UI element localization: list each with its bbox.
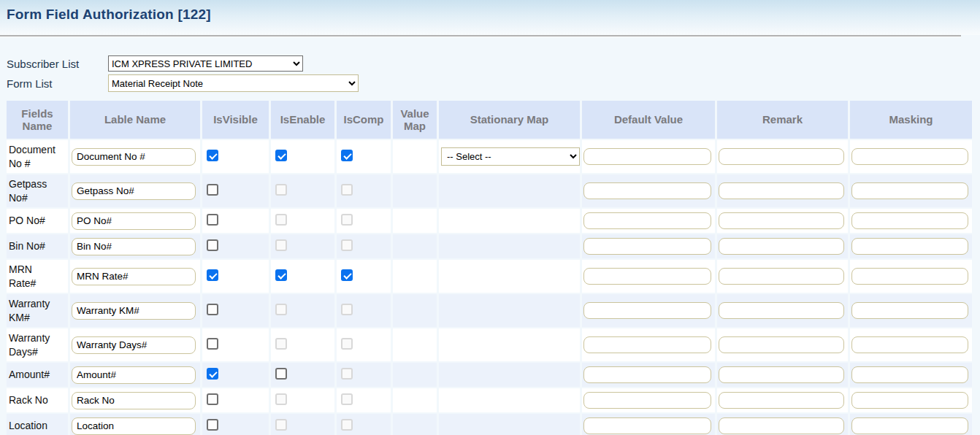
- isvisible-cell: [202, 414, 269, 435]
- default-value-input[interactable]: [583, 336, 711, 353]
- isvisible-checkbox[interactable]: [207, 150, 218, 161]
- lable-name-input[interactable]: [72, 212, 196, 230]
- lable-name-input[interactable]: [72, 148, 196, 166]
- isvisible-checkbox[interactable]: [207, 419, 218, 431]
- remark-input[interactable]: [719, 417, 844, 434]
- isvisible-checkbox[interactable]: [207, 338, 218, 350]
- default-value-input[interactable]: [583, 238, 711, 255]
- lable-name-input[interactable]: [72, 392, 196, 409]
- table-row: Location: [7, 414, 972, 435]
- default-value-input[interactable]: [583, 182, 711, 199]
- default-value-input[interactable]: [583, 417, 711, 434]
- masking-input[interactable]: [851, 238, 968, 255]
- remark-cell: [717, 209, 848, 233]
- isenable-cell: [271, 234, 334, 258]
- lable-name-input[interactable]: [72, 302, 196, 320]
- form-list-select[interactable]: Material Receipt Note: [108, 74, 359, 92]
- value-map-cell: [393, 209, 437, 233]
- remark-cell: [717, 363, 848, 387]
- stationary-map-cell: [439, 388, 580, 412]
- default-value-cell: [582, 414, 715, 435]
- stationary-map-cell: [439, 328, 580, 361]
- default-value-input[interactable]: [583, 392, 711, 409]
- stationary-map-cell: [439, 294, 580, 327]
- remark-input[interactable]: [719, 392, 844, 409]
- isenable-cell: [271, 294, 334, 327]
- remark-input[interactable]: [719, 336, 844, 353]
- remark-input[interactable]: [719, 366, 844, 383]
- masking-input[interactable]: [851, 366, 968, 383]
- masking-input[interactable]: [851, 212, 968, 229]
- lable-name-input[interactable]: [72, 336, 196, 354]
- masking-cell: [850, 294, 972, 327]
- lable-name-cell: [70, 234, 200, 258]
- isvisible-cell: [202, 328, 269, 361]
- lable-name-cell: [70, 140, 200, 173]
- masking-input[interactable]: [851, 148, 968, 165]
- remark-input[interactable]: [719, 182, 844, 199]
- default-value-cell: [582, 140, 715, 173]
- lable-name-cell: [70, 260, 200, 293]
- remark-input[interactable]: [719, 148, 844, 165]
- value-map-cell: [393, 388, 437, 412]
- default-value-input[interactable]: [583, 302, 711, 319]
- default-value-cell: [582, 234, 715, 258]
- lable-name-input[interactable]: [72, 182, 196, 200]
- subscriber-list-select[interactable]: ICM XPRESS PRIVATE LIMITED: [108, 55, 303, 72]
- page-title: Form Field Authorization [122]: [7, 7, 980, 23]
- isvisible-cell: [202, 363, 269, 387]
- value-map-cell: [393, 174, 437, 207]
- isvisible-checkbox[interactable]: [207, 304, 218, 315]
- iscomp-checkbox[interactable]: [341, 150, 353, 161]
- masking-input[interactable]: [851, 182, 968, 199]
- table-row: Warranty Days#: [7, 328, 972, 361]
- masking-input[interactable]: [851, 336, 968, 353]
- isvisible-checkbox[interactable]: [207, 368, 218, 380]
- isenable-checkbox[interactable]: [275, 269, 287, 281]
- column-header-isvisible: IsVisible: [202, 101, 269, 139]
- iscomp-checkbox[interactable]: [341, 269, 353, 281]
- form-field-authorization-table: Fields NameLable NameIsVisibleIsEnableIs…: [4, 99, 974, 435]
- remark-input[interactable]: [719, 238, 844, 255]
- lable-name-input[interactable]: [72, 268, 196, 285]
- default-value-cell: [582, 209, 715, 233]
- masking-input[interactable]: [851, 268, 968, 285]
- lable-name-input[interactable]: [72, 366, 196, 384]
- isvisible-checkbox[interactable]: [207, 184, 218, 196]
- column-header-isenable: IsEnable: [271, 101, 334, 139]
- subscriber-list-label: Subscriber List: [7, 58, 108, 70]
- remark-input[interactable]: [719, 268, 844, 285]
- default-value-input[interactable]: [583, 212, 711, 229]
- masking-cell: [850, 363, 972, 387]
- lable-name-input[interactable]: [72, 417, 196, 435]
- masking-cell: [850, 328, 972, 361]
- isvisible-checkbox[interactable]: [207, 214, 218, 226]
- remark-cell: [717, 234, 848, 258]
- field-name: PO No#: [7, 209, 68, 233]
- lable-name-cell: [70, 294, 200, 327]
- isvisible-checkbox[interactable]: [207, 239, 218, 251]
- remark-input[interactable]: [719, 212, 844, 229]
- default-value-input[interactable]: [583, 268, 711, 285]
- masking-input[interactable]: [851, 417, 968, 434]
- isenable-cell: [271, 363, 334, 387]
- iscomp-checkbox: [341, 419, 353, 431]
- default-value-input[interactable]: [583, 366, 711, 383]
- lable-name-input[interactable]: [72, 238, 196, 255]
- isenable-checkbox[interactable]: [275, 368, 287, 380]
- masking-input[interactable]: [851, 392, 968, 409]
- table-row: MRN Rate#: [7, 260, 972, 293]
- isenable-checkbox: [275, 184, 287, 196]
- masking-input[interactable]: [851, 302, 968, 319]
- isvisible-checkbox[interactable]: [207, 269, 218, 281]
- stationary-map-select[interactable]: -- Select --: [441, 147, 580, 166]
- isenable-checkbox[interactable]: [275, 150, 287, 161]
- isenable-cell: [271, 140, 334, 173]
- column-header-remark: Remark: [717, 101, 848, 139]
- iscomp-cell: [337, 363, 391, 387]
- table-body: Document No # -- Select -- Getpass No# P…: [7, 140, 972, 435]
- isvisible-checkbox[interactable]: [207, 393, 218, 405]
- remark-input[interactable]: [719, 302, 844, 319]
- default-value-input[interactable]: [583, 148, 711, 165]
- isenable-checkbox: [275, 419, 287, 431]
